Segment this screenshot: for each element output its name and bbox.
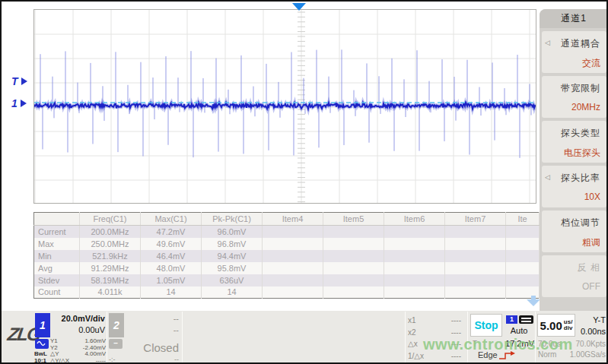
table-cell bbox=[384, 226, 445, 238]
menu-item-2[interactable]: 带宽限制20MHz bbox=[542, 76, 606, 118]
bandwidth-limit-indicator: BwL bbox=[34, 350, 51, 357]
table-cell: 250.0MHz bbox=[80, 238, 141, 250]
table-cell: 521.9kHz bbox=[80, 250, 141, 262]
menu-item-value: 电压探头 bbox=[542, 147, 600, 160]
table-cell bbox=[323, 262, 384, 274]
acquisition-state-button[interactable]: Stop bbox=[470, 314, 502, 337]
table-cell: 14 bbox=[202, 286, 263, 299]
trigger-coupling-icon[interactable] bbox=[519, 315, 533, 324]
x-cursor-row-label: x1 bbox=[408, 315, 416, 327]
oscilloscope-screen: T 1 Freq(C1)Max(C1)Pk-Pk(C1)Item4Item5It… bbox=[0, 0, 608, 364]
x-cursor-row-value: ---- bbox=[451, 315, 461, 327]
table-column-header: Item4 bbox=[263, 213, 323, 226]
menu-item-label: 探头比率 bbox=[542, 172, 600, 185]
menu-item-4[interactable]: ◁探头比率10X bbox=[542, 166, 606, 207]
table-cell bbox=[384, 286, 445, 299]
table-column-header bbox=[34, 213, 80, 226]
timebase-scale: 5.00 bbox=[540, 319, 562, 332]
table-cell bbox=[506, 250, 540, 262]
table-cell: 96.0mV bbox=[202, 226, 263, 238]
channel1-position-marker[interactable]: 1 bbox=[11, 97, 27, 109]
menu-item-1[interactable]: ◁通道耦合交流 bbox=[542, 31, 606, 73]
x-cursor-row: x1---- bbox=[408, 315, 461, 327]
table-cell bbox=[445, 250, 506, 262]
watermark: www.cntronics.com bbox=[423, 336, 573, 353]
table-cell bbox=[323, 286, 384, 299]
display-mode: Y-T bbox=[572, 315, 606, 324]
table-cell bbox=[323, 274, 384, 286]
table-row: Max250.0MHz49.6mV96.8mV bbox=[34, 238, 540, 250]
table-cell bbox=[263, 262, 323, 274]
table-row: Current200.0MHz47.2mV96.0mV bbox=[34, 226, 540, 238]
down-arrow-icon bbox=[527, 299, 540, 306]
channel1-scale: 20.0mV/div bbox=[47, 314, 105, 323]
table-scroll-down-arrow[interactable] bbox=[527, 296, 540, 306]
waveform-display[interactable] bbox=[33, 9, 536, 204]
table-cell bbox=[506, 226, 540, 238]
channel1-marker-label: 1 bbox=[11, 97, 18, 109]
measurement-table: Freq(C1)Max(C1)Pk-Pk(C1)Item4Item5Item6I… bbox=[33, 212, 540, 299]
channel2-scale: -- bbox=[126, 314, 179, 323]
separator bbox=[107, 312, 107, 362]
menu-item-3[interactable]: 探头类型电压探头 bbox=[542, 121, 606, 163]
table-cell bbox=[445, 226, 506, 238]
table-column-header: Max(C1) bbox=[141, 213, 202, 226]
table-cell bbox=[506, 274, 540, 286]
x-cursor-row-label: 1/△x bbox=[408, 350, 424, 362]
menu-item-value: 交流 bbox=[542, 57, 600, 70]
table-row: Stdev58.19MHz1.05mV636uV bbox=[34, 274, 540, 286]
table-row-label: Min bbox=[34, 250, 80, 262]
menu-item-label: 带宽限制 bbox=[542, 82, 600, 95]
table-cell: 200.0MHz bbox=[80, 226, 141, 238]
table-cell: 47.2mV bbox=[141, 226, 202, 238]
menu-item-label: 档位调节 bbox=[542, 217, 600, 229]
right-arrow-icon bbox=[21, 78, 27, 85]
menu-item-value: 10X bbox=[542, 191, 600, 202]
trigger-mode[interactable]: Auto bbox=[504, 326, 534, 335]
trigger-level-marker[interactable]: T bbox=[11, 75, 27, 87]
table-cell: 1.05mV bbox=[141, 274, 202, 286]
table-column-header: Ite bbox=[506, 213, 540, 226]
x-cursor-row-label: △x bbox=[408, 338, 418, 350]
menu-item-5[interactable]: 档位调节粗调 bbox=[542, 210, 606, 252]
table-row-label: Current bbox=[34, 226, 80, 238]
table-cell bbox=[263, 238, 323, 250]
table-row: Avg91.29MHz48.0mV95.8mV bbox=[34, 262, 540, 274]
separator bbox=[405, 312, 406, 362]
memory-depth: 70.0Kpts bbox=[568, 340, 606, 348]
table-header-row: Freq(C1)Max(C1)Pk-Pk(C1)Item4Item5Item6I… bbox=[34, 213, 540, 226]
menu-item-label: 反 相 bbox=[542, 261, 600, 274]
table-cell bbox=[323, 250, 384, 262]
table-row-label: Avg bbox=[34, 262, 80, 274]
channel-menu-sidebar: 通道1 ◁通道耦合交流带宽限制20MHz探头类型电压探头◁探头比率10X档位调节… bbox=[540, 9, 608, 311]
channel1-cursor-readouts: Y11.60mVY2-2.40mV△Y4.00mV△Y/△X----- bbox=[50, 338, 106, 364]
table-cell bbox=[323, 226, 384, 238]
channel2-offset: -- bbox=[126, 325, 179, 334]
table-cell: 48.0mV bbox=[141, 262, 202, 274]
table-cell: 4.011k bbox=[80, 286, 141, 299]
menu-item-6[interactable]: 反 相OFF bbox=[542, 255, 606, 297]
table-cell: 49.6mV bbox=[141, 238, 202, 250]
x-cursor-row-label: x2 bbox=[408, 327, 416, 339]
table-cell bbox=[263, 286, 323, 299]
table-cell bbox=[506, 262, 540, 274]
menu-title: 通道1 bbox=[540, 9, 608, 28]
table-row-label: Stdev bbox=[34, 274, 80, 286]
y-cursor-row-label: △Y/△X bbox=[50, 358, 69, 364]
trigger-position-marker-icon[interactable] bbox=[292, 3, 306, 11]
math-status: Closed bbox=[122, 341, 179, 354]
table-column-header: Pk-Pk(C1) bbox=[202, 213, 263, 226]
math-badge[interactable]: – bbox=[109, 339, 123, 349]
measurement-table-head: Freq(C1)Max(C1)Pk-Pk(C1)Item4Item5Item6I… bbox=[34, 213, 540, 226]
menu-item-label: 通道耦合 bbox=[542, 37, 600, 50]
table-cell bbox=[263, 274, 323, 286]
channel2-badge[interactable]: 2 bbox=[109, 313, 124, 337]
trigger-source-badge[interactable]: 1 bbox=[506, 315, 517, 324]
table-cell bbox=[384, 262, 445, 274]
measurement-table-body: Current200.0MHz47.2mV96.0mVMax250.0MHz49… bbox=[34, 226, 540, 299]
table-cell: 14 bbox=[141, 286, 202, 299]
table-row-label: Count bbox=[34, 286, 80, 299]
waveform-svg bbox=[34, 10, 536, 203]
ac-coupling-icon bbox=[35, 339, 49, 349]
menu-item-label: 探头类型 bbox=[542, 127, 600, 140]
